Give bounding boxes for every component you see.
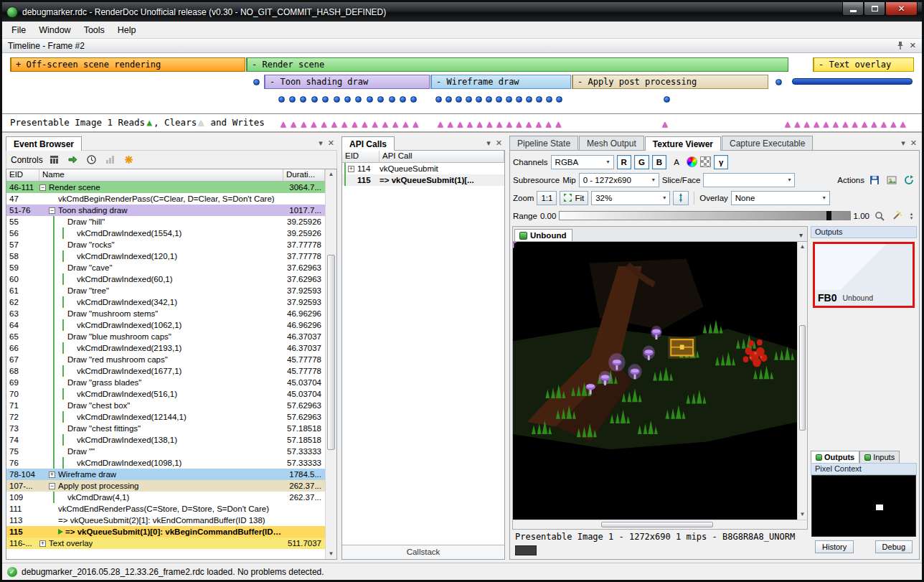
timeline-text-overlay-events-bar[interactable]	[792, 78, 913, 85]
save-icon[interactable]	[867, 173, 882, 187]
event-row[interactable]: 57Draw "rocks"37.77778	[6, 239, 325, 250]
write-usage-triangle[interactable]: ▲	[852, 116, 858, 133]
event-row[interactable]: 56vkCmdDrawIndexed(1554,1)39.25926	[6, 227, 325, 239]
write-usage-triangle[interactable]: ▲	[448, 116, 453, 133]
draw-event-dot[interactable]	[253, 79, 260, 85]
write-usage-triangle[interactable]: ▲	[872, 116, 877, 133]
write-usage-triangle[interactable]: ▲	[438, 116, 443, 133]
event-row[interactable]: 55Draw "hill"39.25926	[6, 216, 325, 227]
draw-event-dot[interactable]	[355, 96, 362, 103]
write-usage-triangle[interactable]: ▲	[900, 116, 906, 133]
write-usage-triangle[interactable]: ▲	[833, 116, 839, 133]
timeline-bar-toon[interactable]: - Toon shading draw	[264, 75, 430, 89]
draw-event-dot[interactable]	[516, 96, 522, 103]
write-usage-triangle[interactable]: ▲	[382, 116, 388, 133]
timeline-close-icon[interactable]: ✕	[910, 41, 916, 50]
fb0-thumbnail[interactable]: FB0 Unbound	[813, 242, 915, 308]
right-panel-menu-icon[interactable]: ▾	[901, 139, 905, 148]
event-row[interactable]: 115=> vkQueueSubmit(1)[0]: vkBeginComman…	[6, 526, 325, 538]
event-row[interactable]: 109vkCmdDraw(4,1)262.37...	[6, 492, 325, 503]
write-usage-triangle[interactable]: ▲	[477, 116, 483, 133]
write-usage-triangle[interactable]: ▲	[413, 116, 419, 133]
timeline-bar-offscreen[interactable]: + Off-screen scene rendering	[10, 57, 245, 72]
history-button[interactable]: History	[815, 540, 854, 553]
column-eid[interactable]: EID	[342, 151, 380, 163]
event-row[interactable]: 116-...+Text overlay511.7037	[6, 538, 325, 549]
draw-event-dot[interactable]	[377, 96, 384, 103]
event-row[interactable]: 76vkCmdDrawIndexed(1098,1)57.33333	[6, 457, 325, 469]
draw-event-dot[interactable]	[322, 96, 329, 103]
tab-mesh-output[interactable]: Mesh Output	[579, 136, 644, 150]
texture-tab-unbound[interactable]: Unbound	[514, 229, 572, 241]
scroll-up-icon[interactable]: ▲	[800, 242, 806, 252]
write-usage-triangle[interactable]: ▲	[352, 116, 357, 133]
range-slider-handle[interactable]	[826, 211, 831, 220]
slice-face-select[interactable]: ▾	[703, 173, 795, 187]
write-usage-triangle[interactable]: ▲	[804, 116, 810, 133]
texture-vertical-scrollbar[interactable]: ▲ ▼	[797, 242, 807, 520]
event-row[interactable]: 61Draw "tree"37.92593	[6, 285, 325, 296]
tab-capture-executable[interactable]: Capture Executable	[722, 136, 813, 150]
goto-eid-icon[interactable]	[66, 153, 80, 167]
event-row[interactable]: 67Draw "red mushroom caps"45.77778	[6, 354, 325, 365]
debug-button[interactable]: Debug	[875, 540, 913, 553]
event-row[interactable]: 63Draw "mushroom stems"46.96296	[6, 308, 325, 319]
timeline-bar-postprocess[interactable]: - Apply post processing	[572, 75, 768, 89]
expander-icon[interactable]: +	[39, 540, 46, 547]
write-usage-triangle[interactable]: ▲	[814, 116, 819, 133]
channel-a-button[interactable]: A	[669, 155, 684, 169]
draw-event-dot[interactable]	[334, 96, 340, 103]
pixel-context-view[interactable]	[811, 475, 916, 537]
gamma-button[interactable]: γ	[714, 155, 728, 169]
mip-select[interactable]: 0 - 1272x690▾	[579, 173, 659, 187]
expander-icon[interactable]: −	[39, 184, 46, 191]
draw-event-dot[interactable]	[546, 96, 552, 103]
background-checker-icon[interactable]	[700, 156, 711, 167]
event-row[interactable]: 62vkCmdDrawIndexed(342,1)37.92593	[6, 296, 325, 308]
write-usage-triangle[interactable]: ▲	[457, 116, 463, 133]
api-calls-menu-icon[interactable]: ▾	[486, 139, 491, 148]
texture-horizontal-scrollbar[interactable]	[512, 520, 808, 530]
toolbar-overflow-icon[interactable]: ▴▾	[907, 212, 916, 220]
scroll-up-icon[interactable]: ▲	[329, 169, 334, 179]
api-call-row[interactable]: 115=> vkQueueSubmit(1)[...	[342, 174, 504, 186]
channels-select[interactable]: RGBA▾	[551, 155, 614, 169]
write-usage-triangle[interactable]: ▲	[331, 116, 337, 133]
column-duration[interactable]: Durati...	[283, 169, 325, 182]
event-row[interactable]: 72vkCmdDrawIndexed(12144,1)57.62963	[6, 411, 325, 423]
event-row[interactable]: 65Draw "blue mushroom caps"46.37037	[6, 331, 325, 342]
minimize-button[interactable]	[842, 2, 864, 16]
event-row[interactable]: 75Draw ""57.33333	[6, 446, 325, 457]
right-panel-close-icon[interactable]: ✕	[910, 139, 917, 148]
write-usage-triangle[interactable]: ▲	[546, 116, 552, 133]
channel-r-button[interactable]: R	[617, 155, 631, 169]
filter-icon[interactable]	[47, 153, 62, 167]
scroll-down-icon[interactable]: ▼	[800, 510, 806, 520]
draw-event-dot[interactable]	[300, 96, 306, 103]
time-durations-icon[interactable]	[85, 153, 99, 167]
write-usage-triangle[interactable]: ▲	[824, 116, 829, 133]
timeline-bar-wireframe[interactable]: - Wireframe draw	[430, 75, 571, 89]
tab-inputs[interactable]: Inputs	[859, 451, 900, 463]
callstack-section[interactable]: Callstack	[342, 545, 504, 559]
flip-y-button[interactable]	[673, 191, 689, 205]
timeline-bar-render-scene[interactable]: - Render scene	[246, 57, 788, 72]
zoom-level-select[interactable]: 32%▾	[591, 191, 670, 205]
event-row[interactable]: 58vkCmdDrawIndexed(120,1)37.77778	[6, 250, 325, 262]
write-usage-triangle[interactable]: ▲	[794, 116, 800, 133]
tab-texture-viewer[interactable]: Texture Viewer	[645, 136, 721, 151]
custom-channels-icon[interactable]	[687, 156, 697, 167]
draw-event-dot[interactable]	[278, 96, 285, 103]
write-usage-triangle[interactable]: ▲	[785, 116, 791, 133]
draw-event-dot[interactable]	[446, 96, 452, 103]
overlay-select[interactable]: None▾	[731, 191, 830, 205]
write-usage-triangle[interactable]: ▲	[402, 116, 408, 133]
maximize-button[interactable]	[864, 2, 885, 16]
draw-event-dot[interactable]	[506, 96, 512, 103]
event-row[interactable]: 73Draw "chest fittings"57.18518	[6, 423, 325, 434]
write-usage-triangle[interactable]: ▲	[526, 116, 532, 133]
event-row[interactable]: 69Draw "grass blades"45.03704	[6, 377, 325, 388]
draw-event-dot[interactable]	[776, 79, 782, 85]
draw-event-dot[interactable]	[400, 96, 406, 103]
tab-pipeline-state[interactable]: Pipeline State	[509, 136, 578, 150]
